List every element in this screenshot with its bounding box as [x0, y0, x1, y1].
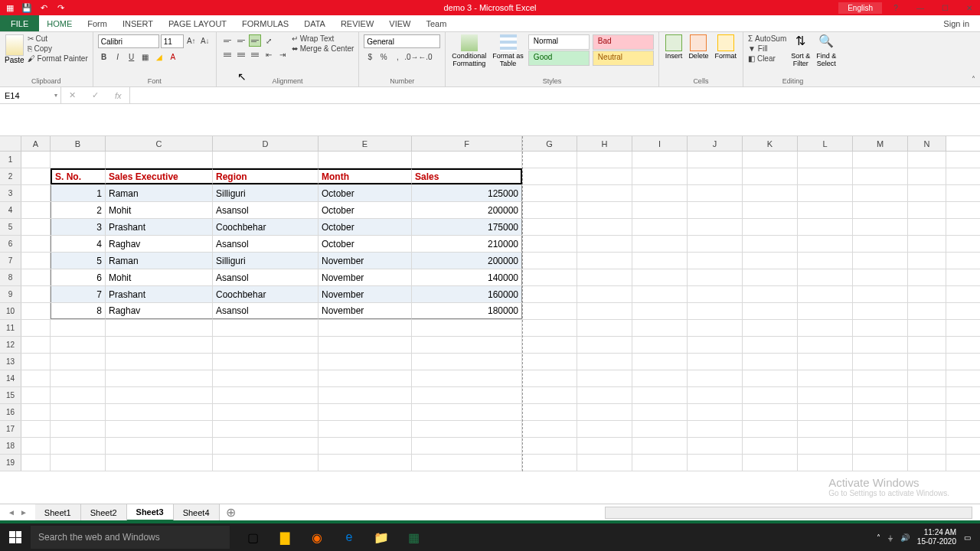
format-cells-button[interactable]: Format [713, 34, 738, 77]
cell-A10[interactable] [21, 303, 51, 319]
cell-F4[interactable]: 200000 [412, 202, 522, 218]
cell-F7[interactable]: 200000 [412, 253, 522, 269]
sheet-nav-first-icon[interactable]: ◄ [8, 508, 15, 517]
cell-E1[interactable] [318, 152, 412, 168]
cell-A8[interactable] [21, 269, 51, 285]
cell-G11[interactable] [522, 320, 577, 336]
cell-D17[interactable] [213, 421, 318, 437]
col-header-F[interactable]: F [412, 136, 522, 151]
cell-E3[interactable]: October [318, 185, 412, 201]
tab-form[interactable]: Form [80, 15, 115, 31]
cell-E5[interactable]: October [318, 219, 412, 235]
cell-F16[interactable] [412, 404, 522, 420]
sheet-tab-sheet4[interactable]: Sheet4 [174, 504, 220, 521]
delete-cells-button[interactable]: Delete [687, 34, 710, 77]
row-header-13[interactable]: 13 [0, 354, 21, 370]
cell-D14[interactable] [213, 370, 318, 386]
cell-I10[interactable] [632, 303, 688, 319]
cell-K16[interactable] [743, 404, 798, 420]
cell-B1[interactable] [51, 152, 106, 168]
cell-K13[interactable] [743, 354, 798, 370]
cell-D10[interactable]: Asansol [213, 303, 318, 319]
col-header-I[interactable]: I [632, 136, 688, 151]
cell-N18[interactable] [908, 438, 946, 454]
taskbar-search[interactable]: Search the web and Windows [31, 526, 230, 549]
tab-team[interactable]: Team [418, 15, 454, 31]
cell-C17[interactable] [106, 421, 213, 437]
cell-E10[interactable]: November [318, 303, 412, 319]
cell-B3[interactable]: 1 [51, 185, 106, 201]
add-sheet-button[interactable]: ⊕ [220, 505, 242, 520]
cell-B4[interactable]: 2 [51, 202, 106, 218]
collapse-ribbon-icon[interactable]: ˄ [972, 75, 975, 83]
cell-G3[interactable] [522, 185, 577, 201]
cell-G9[interactable] [522, 286, 577, 302]
cell-N12[interactable] [908, 337, 946, 353]
row-header-14[interactable]: 14 [0, 370, 21, 386]
tab-data[interactable]: DATA [296, 15, 333, 31]
fill-button[interactable]: ▼Fill [748, 44, 786, 53]
cell-K11[interactable] [743, 320, 798, 336]
cell-A12[interactable] [21, 337, 51, 353]
cell-N15[interactable] [908, 387, 946, 403]
select-all-corner[interactable] [0, 136, 21, 151]
cell-J11[interactable] [688, 320, 743, 336]
decrease-decimal-button[interactable]: ←.0 [419, 51, 431, 63]
cell-F5[interactable]: 175000 [412, 219, 522, 235]
cell-N1[interactable] [908, 152, 946, 168]
cell-E17[interactable] [318, 421, 412, 437]
cell-K12[interactable] [743, 337, 798, 353]
row-header-16[interactable]: 16 [0, 404, 21, 420]
cell-J14[interactable] [688, 370, 743, 386]
cell-C3[interactable]: Raman [106, 185, 213, 201]
row-header-12[interactable]: 12 [0, 337, 21, 353]
cell-I8[interactable] [632, 269, 688, 285]
col-header-N[interactable]: N [908, 136, 946, 151]
cell-E13[interactable] [318, 354, 412, 370]
cell-F18[interactable] [412, 438, 522, 454]
signin-link[interactable]: Sign in [933, 15, 980, 31]
style-normal[interactable]: Normal [528, 34, 590, 50]
col-header-G[interactable]: G [522, 136, 577, 151]
cell-C14[interactable] [106, 370, 213, 386]
cell-H14[interactable] [577, 370, 632, 386]
cell-B12[interactable] [51, 337, 106, 353]
cell-M9[interactable] [853, 286, 908, 302]
cell-G17[interactable] [522, 421, 577, 437]
network-icon[interactable]: ⏚ [888, 533, 893, 542]
cell-F3[interactable]: 125000 [412, 185, 522, 201]
cell-B5[interactable]: 3 [51, 219, 106, 235]
edge-icon[interactable]: e [334, 523, 364, 551]
cell-M13[interactable] [853, 354, 908, 370]
row-header-17[interactable]: 17 [0, 421, 21, 437]
cell-K17[interactable] [743, 421, 798, 437]
cell-F2[interactable]: Sales [412, 168, 522, 184]
cell-J10[interactable] [688, 303, 743, 319]
cell-A17[interactable] [21, 421, 51, 437]
cell-F10[interactable]: 180000 [412, 303, 522, 319]
cell-N10[interactable] [908, 303, 946, 319]
align-left-button[interactable] [221, 48, 234, 60]
cell-A2[interactable] [21, 168, 51, 184]
cell-L2[interactable] [798, 168, 853, 184]
cell-K8[interactable] [743, 269, 798, 285]
cell-B15[interactable] [51, 387, 106, 403]
cell-L12[interactable] [798, 337, 853, 353]
cell-K2[interactable] [743, 168, 798, 184]
cell-F12[interactable] [412, 337, 522, 353]
cell-E11[interactable] [318, 320, 412, 336]
tab-review[interactable]: REVIEW [333, 15, 381, 31]
cell-L13[interactable] [798, 354, 853, 370]
cell-I14[interactable] [632, 370, 688, 386]
cell-L9[interactable] [798, 286, 853, 302]
cell-C1[interactable] [106, 152, 213, 168]
cell-L3[interactable] [798, 185, 853, 201]
cell-D11[interactable] [213, 320, 318, 336]
cell-N19[interactable] [908, 455, 946, 471]
cell-K5[interactable] [743, 219, 798, 235]
cell-C8[interactable]: Mohit [106, 269, 213, 285]
cell-I18[interactable] [632, 438, 688, 454]
cell-G12[interactable] [522, 337, 577, 353]
cell-D15[interactable] [213, 387, 318, 403]
cell-I6[interactable] [632, 236, 688, 252]
